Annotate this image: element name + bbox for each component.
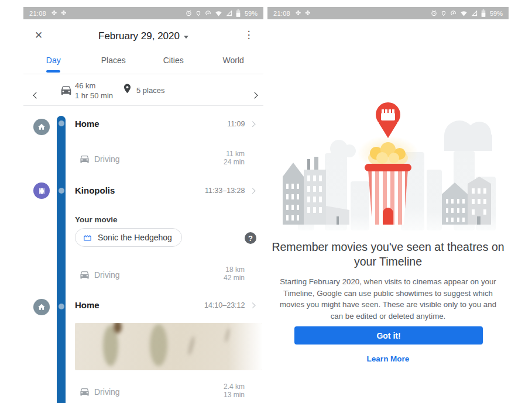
status-time: 21:08 <box>273 10 290 17</box>
home-icon <box>37 303 46 311</box>
place-title: Kinopolis <box>75 185 115 195</box>
place-title: Home <box>75 119 99 129</box>
status-icons: 59% <box>431 9 503 17</box>
timeline-dot <box>59 304 64 309</box>
app-notification-icon: ✤ <box>52 9 57 17</box>
learn-more-link[interactable]: Learn More <box>267 354 509 363</box>
visit-time: 11:09 <box>227 120 245 128</box>
car-icon <box>60 84 73 97</box>
cell-signal-icon <box>226 10 232 16</box>
help-icon: ? <box>248 234 253 243</box>
day-summary: 46 km 1 hr 50 min 5 places <box>23 76 263 105</box>
drive-duration: 42 min <box>224 274 245 282</box>
alarm-icon <box>186 10 192 16</box>
chevron-right-icon <box>251 92 258 98</box>
visit-time: 11:33–13:28 <box>205 187 245 195</box>
timeline-dot <box>59 120 64 126</box>
car-icon <box>79 153 90 164</box>
got-it-button[interactable]: Got it! <box>294 326 483 345</box>
got-it-label: Got it! <box>376 331 400 340</box>
location-icon <box>441 10 447 17</box>
tab-world-label: World <box>223 56 244 65</box>
tab-day[interactable]: Day <box>23 53 84 74</box>
tab-world[interactable]: World <box>204 53 264 74</box>
data-saver-icon <box>450 10 457 16</box>
help-button[interactable]: ? <box>245 232 256 244</box>
timeline-dot <box>59 188 64 194</box>
trip-duration: 1 hr 50 min <box>75 91 113 101</box>
tab-cities-label: Cities <box>163 56 184 65</box>
overflow-menu-icon: ⋮ <box>244 29 254 41</box>
previous-day-button[interactable] <box>32 88 40 102</box>
car-icon <box>79 269 90 280</box>
status-bar: 21:08 ✤ ✤ 59% <box>23 7 263 19</box>
overflow-menu-button[interactable]: ⋮ <box>241 27 256 42</box>
timeline-bar <box>57 116 66 403</box>
home-icon <box>37 123 46 131</box>
app-notification-icon: ✤ <box>61 9 66 17</box>
cinema-illustration <box>267 95 509 230</box>
alarm-icon <box>431 10 437 16</box>
drive-duration: 13 min <box>224 391 245 399</box>
place-row-home2[interactable]: 14:10–23:12 <box>204 301 254 309</box>
tab-places[interactable]: Places <box>84 53 144 74</box>
active-tab-underline <box>46 70 60 73</box>
page-title: February 29, 2020 <box>98 30 180 42</box>
learn-more-label: Learn More <box>367 354 410 363</box>
place-pin-icon <box>122 83 133 94</box>
tab-day-label: Day <box>46 56 61 65</box>
promo-body: Starting February 2020, when visits to c… <box>276 276 500 322</box>
status-icons: 59% <box>186 9 258 17</box>
visit-time: 14:10–23:12 <box>204 301 245 309</box>
places-count: 5 places <box>136 86 164 95</box>
data-saver-icon <box>205 10 211 16</box>
activity-label: Driving <box>94 154 120 164</box>
movie-chip[interactable]: Sonic the Hedgehog <box>75 228 182 247</box>
dropdown-caret-icon <box>184 36 188 39</box>
place-row-kinopolis[interactable]: 11:33–13:28 <box>205 187 254 195</box>
status-time: 21:08 <box>29 10 46 17</box>
trip-distance: 46 km <box>75 81 113 91</box>
place-title: Home <box>75 300 99 310</box>
car-icon <box>79 386 90 397</box>
next-day-button[interactable] <box>250 88 259 102</box>
cell-signal-icon <box>471 10 478 16</box>
tab-places-label: Places <box>101 56 126 65</box>
photo-fade <box>75 323 262 370</box>
tab-cities[interactable]: Cities <box>143 53 204 74</box>
movie-ticket-icon <box>83 233 92 243</box>
divider <box>23 105 263 106</box>
chevron-right-icon <box>249 302 255 308</box>
battery-percent: 59% <box>245 10 258 17</box>
your-movie-label: Your movie <box>75 215 118 224</box>
drive-stats: 2.4 km 13 min <box>224 383 245 399</box>
chevron-right-icon <box>249 188 255 193</box>
promo-title: Remember movies you've seen at theatres … <box>271 240 505 269</box>
movie-pin-icon <box>376 102 400 138</box>
drive-stats: 18 km 42 min <box>224 266 245 282</box>
home-place-icon <box>33 299 50 315</box>
movie-chip-label: Sonic the Hedgehog <box>98 233 172 242</box>
theaters-icon <box>38 187 46 195</box>
chevron-right-icon <box>249 121 255 126</box>
date-selector[interactable]: February 29, 2020 <box>23 29 263 43</box>
drive-distance: 11 km <box>224 150 245 158</box>
battery-icon <box>481 9 486 17</box>
divider <box>23 74 263 74</box>
wifi-icon <box>215 10 222 16</box>
tab-bar: Day Places Cities World <box>23 53 263 74</box>
home-place-icon <box>33 119 50 135</box>
battery-icon <box>236 9 241 17</box>
cinema-place-icon <box>33 182 50 199</box>
app-notification-icon: ✤ <box>296 9 301 17</box>
place-row-home1[interactable]: 11:09 <box>227 120 254 128</box>
chevron-left-icon <box>33 92 39 98</box>
drive-distance: 18 km <box>224 266 245 274</box>
trip-distance-duration: 46 km 1 hr 50 min <box>75 81 113 101</box>
battery-percent: 59% <box>490 10 503 17</box>
wifi-icon <box>460 10 468 16</box>
photo-thumbnail[interactable] <box>75 323 262 370</box>
drive-distance: 2.4 km <box>224 383 245 391</box>
status-bar: 21:08 ✤ ✤ 59% <box>267 7 509 19</box>
location-icon <box>195 10 201 17</box>
